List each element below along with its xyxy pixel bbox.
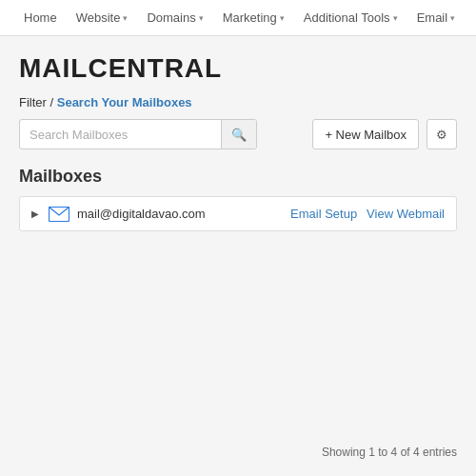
nav-home[interactable]: Home (14, 0, 67, 36)
gear-button[interactable]: ⚙ (426, 119, 457, 149)
gear-icon: ⚙ (436, 128, 447, 142)
filter-prefix: Filter / (19, 95, 57, 109)
nav-home-label: Home (24, 10, 57, 25)
search-input[interactable] (20, 120, 221, 149)
mail-icon (49, 206, 69, 222)
email-setup-link[interactable]: Email Setup (290, 207, 357, 221)
mailbox-list: ▶ mail@digitaldavao.com Email Setup View… (19, 196, 457, 231)
main-content: MAILCENTRAL Filter / Search Your Mailbox… (0, 36, 476, 248)
pagination-info: Showing 1 to 4 of 4 entries (322, 446, 457, 459)
chevron-down-icon: ▾ (450, 13, 455, 23)
nav-website-label: Website (76, 10, 121, 25)
new-mailbox-button[interactable]: + New Mailbox (312, 119, 419, 149)
nav-email-label: Email (417, 10, 448, 25)
app-title: MAILCENTRAL (19, 53, 457, 84)
filter-label: Filter / Search Your Mailboxes (19, 95, 457, 109)
chevron-down-icon: ▾ (123, 13, 128, 23)
search-row: 🔍 + New Mailbox ⚙ (19, 119, 457, 149)
search-button[interactable]: 🔍 (221, 120, 256, 149)
chevron-down-icon: ▾ (199, 13, 204, 23)
expand-arrow-icon[interactable]: ▶ (31, 208, 39, 219)
nav-marketing-label: Marketing (223, 10, 277, 25)
nav-domains-label: Domains (147, 10, 195, 25)
nav-additional-tools[interactable]: Additional Tools ▾ (294, 0, 407, 36)
envelope-icon (49, 207, 69, 222)
chevron-down-icon: ▾ (280, 13, 285, 23)
chevron-down-icon: ▾ (393, 13, 398, 23)
mailboxes-section-title: Mailboxes (19, 167, 457, 187)
view-webmail-link[interactable]: View Webmail (367, 207, 445, 221)
nav-additional-tools-label: Additional Tools (304, 10, 390, 25)
nav-domains[interactable]: Domains ▾ (137, 0, 212, 36)
nav-email[interactable]: Email ▾ (407, 0, 466, 36)
top-navigation: Home Website ▾ Domains ▾ Marketing ▾ Add… (0, 0, 476, 36)
search-input-wrap: 🔍 (19, 119, 257, 149)
entries-count: Showing 1 to 4 of 4 entries (322, 446, 457, 459)
search-mailboxes-link[interactable]: Search Your Mailboxes (57, 95, 192, 109)
table-row: ▶ mail@digitaldavao.com Email Setup View… (20, 197, 456, 230)
nav-marketing[interactable]: Marketing ▾ (213, 0, 294, 36)
mailbox-address: mail@digitaldavao.com (77, 207, 283, 221)
mailbox-actions: Email Setup View Webmail (290, 207, 445, 221)
nav-website[interactable]: Website ▾ (67, 0, 138, 36)
